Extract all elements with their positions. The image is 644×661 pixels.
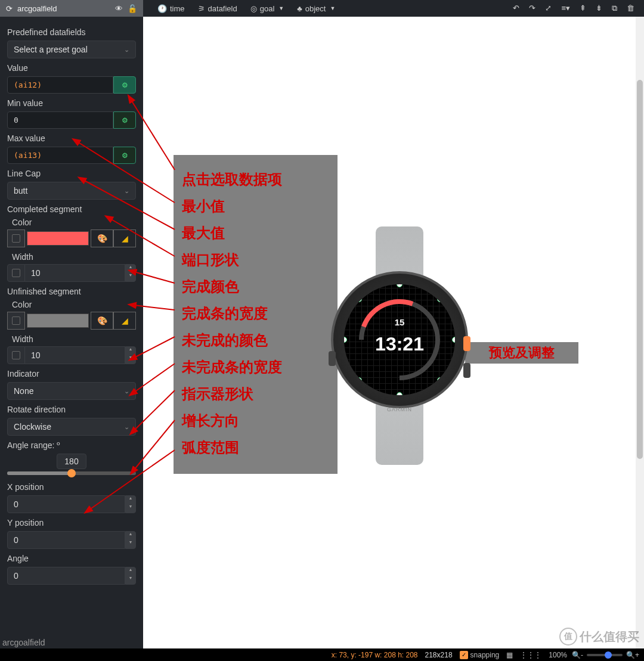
- min-value-label: Min value: [7, 98, 136, 108]
- x-position-input[interactable]: 0: [7, 495, 125, 513]
- snapping-label: snapping: [470, 651, 500, 659]
- y-position-input[interactable]: 0: [7, 531, 125, 549]
- watch-face[interactable]: 15 13:21: [344, 284, 455, 395]
- unfinished-color-label: Color: [12, 300, 136, 309]
- unfinished-color-swatch[interactable]: [27, 314, 89, 328]
- max-value-label: Max value: [7, 134, 136, 143]
- indicator-select[interactable]: None ⌄: [7, 382, 136, 400]
- angle-range-value[interactable]: 180: [57, 454, 86, 469]
- rotate-direction-select[interactable]: Clockwise ⌄: [7, 418, 136, 436]
- zoom-slider[interactable]: [587, 654, 623, 656]
- completed-color-swatch[interactable]: [27, 231, 89, 246]
- annotation-line: 端口形状: [182, 246, 329, 273]
- min-value-picker-button[interactable]: ⚙: [113, 111, 136, 129]
- expand-icon[interactable]: ⤢: [545, 4, 552, 13]
- value-input[interactable]: (ai12): [7, 76, 113, 94]
- annotation-line: 最小值: [182, 193, 329, 219]
- annotation-line: 未完成的颜色: [182, 327, 329, 353]
- unfinished-width-input[interactable]: 10: [25, 346, 125, 364]
- annotation-line: 最大值: [182, 219, 329, 246]
- value-picker-button[interactable]: ⚙: [113, 76, 136, 94]
- selection-handle[interactable]: [397, 392, 402, 395]
- topbar-menu: 🕐time ⚞datafield ◎goal▼ ♣object▼: [143, 4, 335, 13]
- angle-range-slider[interactable]: [7, 471, 136, 475]
- lock-icon[interactable]: 🔓: [128, 4, 137, 13]
- palette-button[interactable]: 🎨: [91, 312, 113, 330]
- goal-icon: ◎: [250, 4, 257, 13]
- statusbar: x: 73, y: -197 w: 208 h: 208 218x218 ✓ s…: [0, 648, 644, 661]
- refresh-icon[interactable]: ⟳: [6, 4, 13, 13]
- undo-icon[interactable]: ↶: [513, 4, 519, 13]
- unfinished-width-stepper[interactable]: ▲▼: [125, 346, 136, 364]
- completed-width-stepper[interactable]: ▲▼: [125, 264, 136, 282]
- object-name: arcgoalfield: [17, 4, 57, 13]
- y-position-label: Y position: [7, 518, 136, 527]
- bring-front-icon[interactable]: ⇞: [580, 4, 586, 13]
- chevron-down-icon: ⌄: [124, 46, 129, 54]
- zoom-out-icon[interactable]: 🔍-: [572, 651, 583, 659]
- align-icon[interactable]: ≡▾: [561, 4, 570, 13]
- unfinished-color-override-checkbox[interactable]: [7, 312, 25, 330]
- delete-icon[interactable]: 🗑: [627, 4, 634, 13]
- object-icon: ♣: [297, 4, 302, 13]
- watch-button: [329, 351, 336, 366]
- send-back-icon[interactable]: ⇟: [596, 4, 602, 13]
- annotation-box: 点击选取数据项 最小值 最大值 端口形状 完成颜色 完成条的宽度 未完成的颜色 …: [174, 155, 338, 474]
- snapping-checkbox[interactable]: ✓: [460, 651, 468, 659]
- watermark: 值 什么值得买: [559, 628, 639, 646]
- copy-icon[interactable]: ⧉: [612, 4, 617, 13]
- annotation-line: 指示器形状: [182, 380, 329, 407]
- menu-datafield[interactable]: ⚞datafield: [198, 4, 237, 13]
- preset-goal-select[interactable]: Select a preset goal ⌄: [7, 41, 136, 58]
- watch-preview[interactable]: 15 13:21 GARMIN: [331, 226, 468, 465]
- max-value-picker-button[interactable]: ⚙: [113, 147, 136, 164]
- zoom-in-icon[interactable]: 🔍+: [626, 651, 639, 659]
- angle-label: Angle: [7, 554, 136, 563]
- linecap-label: Line Cap: [7, 169, 136, 178]
- angle-input[interactable]: 0: [7, 567, 125, 585]
- completed-color-override-checkbox[interactable]: [7, 229, 25, 247]
- indicator-label: Indicator: [7, 369, 136, 378]
- topbar-actions: ↶ ↷ ⤢ ≡▾ ⇞ ⇟ ⧉ 🗑: [513, 4, 644, 13]
- annotation-line: 完成颜色: [182, 273, 329, 300]
- menu-goal[interactable]: ◎goal▼: [250, 4, 284, 13]
- properties-sidebar: Predefined datafields Select a preset go…: [0, 17, 143, 648]
- x-position-stepper[interactable]: ▲▼: [125, 495, 136, 513]
- linecap-select[interactable]: butt ⌄: [7, 182, 136, 200]
- selection-handle[interactable]: [452, 337, 455, 343]
- completed-width-override-checkbox[interactable]: [7, 264, 25, 282]
- status-coords: x: 73, y: -197 w: 208 h: 208: [332, 651, 418, 659]
- eraser-button[interactable]: ◢: [113, 229, 136, 247]
- bottom-truncated-label: arcgoalfield: [2, 638, 45, 647]
- unfinished-width-label: Width: [12, 334, 136, 344]
- eye-icon[interactable]: 👁: [115, 4, 123, 13]
- x-position-label: X position: [7, 482, 136, 492]
- y-position-stepper[interactable]: ▲▼: [125, 531, 136, 549]
- annotation-line: 增长方向: [182, 407, 329, 434]
- annotation-preview: 预览及调整: [465, 342, 578, 364]
- angle-range-label: Angle range: º: [7, 440, 136, 450]
- eraser-button[interactable]: ◢: [113, 312, 136, 330]
- min-value-input[interactable]: 0: [7, 111, 113, 129]
- watch-brand: GARMIN: [331, 406, 468, 412]
- menu-time[interactable]: 🕐time: [157, 4, 185, 13]
- grid-toggle-icon[interactable]: ▦: [506, 651, 513, 659]
- watch-time: 13:21: [344, 333, 455, 355]
- menu-object[interactable]: ♣object▼: [297, 4, 335, 13]
- chevron-down-icon: ▼: [330, 5, 335, 11]
- watch-button: [463, 363, 470, 378]
- predefined-label: Predefined datafields: [7, 27, 136, 37]
- grid-dots-icon[interactable]: ⋮⋮⋮: [520, 651, 541, 659]
- rotate-direction-label: Rotate direction: [7, 405, 136, 414]
- max-value-input[interactable]: (ai13): [7, 147, 113, 164]
- watch-button: [463, 336, 470, 351]
- palette-button[interactable]: 🎨: [91, 229, 113, 247]
- unfinished-segment-label: Unfinished segment: [7, 287, 136, 296]
- redo-icon[interactable]: ↷: [529, 4, 535, 13]
- completed-segment-label: Completed segment: [7, 204, 136, 214]
- annotation-line: 完成条的宽度: [182, 300, 329, 327]
- completed-width-input[interactable]: 10: [25, 264, 125, 282]
- angle-stepper[interactable]: ▲▼: [125, 567, 136, 585]
- vertical-scrollbar[interactable]: [636, 17, 644, 648]
- unfinished-width-override-checkbox[interactable]: [7, 346, 25, 364]
